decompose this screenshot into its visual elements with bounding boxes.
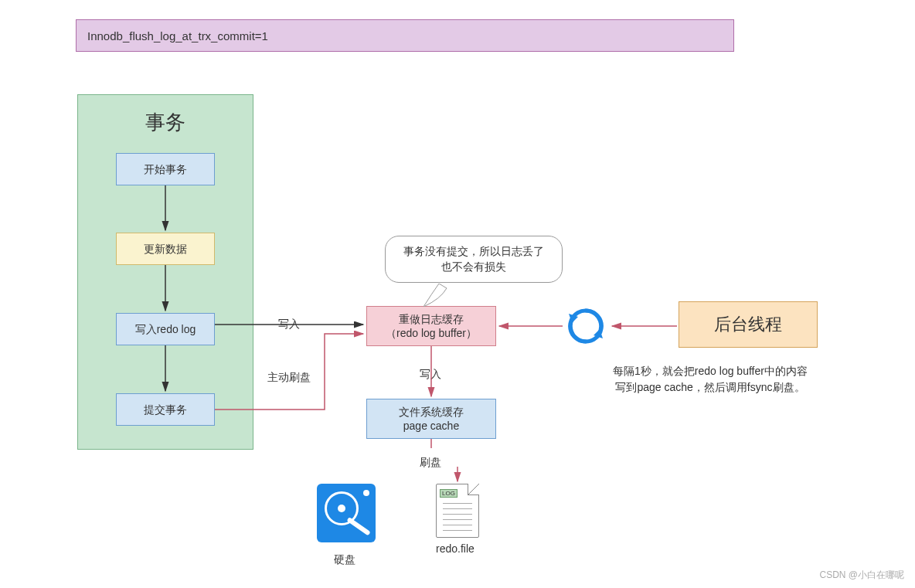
log-tag: LOG [440, 489, 458, 498]
disk-icon [317, 484, 376, 542]
refresh-cycle-icon [566, 306, 606, 346]
node-sublabel: page cache [403, 419, 459, 433]
node-start-transaction: 开始事务 [116, 153, 215, 185]
bg-thread-description: 每隔1秒，就会把redo log buffer中的内容 写到page cache… [583, 363, 838, 396]
transaction-title: 事务 [78, 109, 253, 136]
edge-label-write2: 写入 [420, 368, 441, 382]
node-redo-log-buffer: 重做日志缓存 （redo log buffer） [366, 306, 496, 346]
config-banner: Innodb_flush_log_at_trx_commit=1 [76, 19, 734, 52]
node-label: 更新数据 [144, 242, 187, 256]
node-sublabel: （redo log buffer） [386, 326, 477, 340]
edge-label-write: 写入 [278, 318, 300, 331]
bubble-line: 也不会有损失 [395, 260, 553, 275]
desc-line: 每隔1秒，就会把redo log buffer中的内容 [583, 363, 838, 379]
node-label: 后台线程 [714, 314, 782, 336]
node-write-redo-log: 写入redo log [116, 313, 215, 345]
watermark: CSDN @小白在哪呢 [819, 569, 904, 582]
node-label: 重做日志缓存 [399, 312, 464, 326]
speech-bubble: 事务没有提交，所以日志丢了 也不会有损失 [385, 236, 563, 283]
node-page-cache: 文件系统缓存 page cache [366, 399, 496, 439]
edge-label-flush: 刷盘 [420, 456, 441, 470]
node-label: 提交事务 [144, 403, 187, 416]
bubble-line: 事务没有提交，所以日志丢了 [395, 244, 553, 260]
file-label: redo.file [436, 542, 475, 555]
node-label: 写入redo log [135, 322, 196, 336]
disk-label: 硬盘 [334, 553, 355, 567]
config-text: Innodb_flush_log_at_trx_commit=1 [87, 29, 268, 42]
log-file-icon: LOG [436, 484, 479, 538]
node-label: 开始事务 [144, 162, 187, 176]
node-label: 文件系统缓存 [399, 405, 464, 419]
node-update-data: 更新数据 [116, 233, 215, 265]
speech-bubble-tail-icon [423, 284, 454, 307]
edge-label-active-flush: 主动刷盘 [267, 371, 311, 385]
node-commit-transaction: 提交事务 [116, 393, 215, 426]
desc-line: 写到page cache，然后调用fsync刷盘。 [583, 379, 838, 396]
node-background-thread: 后台线程 [679, 301, 818, 348]
